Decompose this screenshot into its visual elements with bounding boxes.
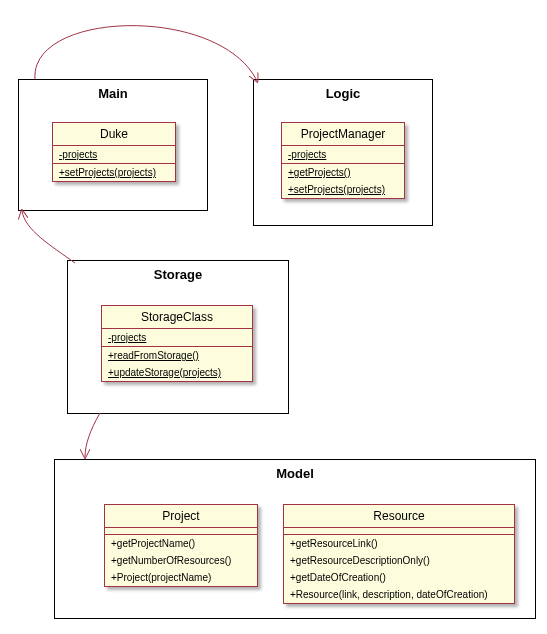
package-storage-title: Storage	[68, 267, 288, 282]
class-projectmanager: ProjectManager -projects +getProjects() …	[281, 122, 405, 199]
resource-method-getdate: +getDateOfCreation()	[284, 569, 514, 586]
class-resource: Resource +getResourceLink() +getResource…	[283, 504, 515, 604]
class-project-name: Project	[105, 505, 257, 528]
project-ctor: +Project(projectName)	[105, 569, 257, 586]
class-resource-name: Resource	[284, 505, 514, 528]
package-logic-title: Logic	[254, 86, 432, 101]
arrow-main-to-logic	[35, 26, 257, 81]
package-model-title: Model	[55, 466, 535, 481]
class-duke-name: Duke	[53, 123, 175, 146]
class-duke: Duke -projects +setProjects(projects)	[52, 122, 176, 182]
project-method-getname: +getProjectName()	[105, 535, 257, 552]
duke-attr-projects: -projects	[53, 146, 175, 163]
resource-method-getlink: +getResourceLink()	[284, 535, 514, 552]
class-project: Project +getProjectName() +getNumberOfRe…	[104, 504, 258, 587]
class-projectmanager-name: ProjectManager	[282, 123, 404, 146]
sc-method-read: +readFromStorage()	[102, 347, 252, 364]
resource-ctor: +Resource(link, description, dateOfCreat…	[284, 586, 514, 603]
pm-attr-projects: -projects	[282, 146, 404, 163]
class-storageclass: StorageClass -projects +readFromStorage(…	[101, 305, 253, 382]
class-storageclass-name: StorageClass	[102, 306, 252, 329]
pm-method-setprojects: +setProjects(projects)	[282, 181, 404, 198]
resource-method-getdesc: +getResourceDescriptionOnly()	[284, 552, 514, 569]
package-main-title: Main	[19, 86, 207, 101]
project-method-getnum: +getNumberOfResources()	[105, 552, 257, 569]
pm-method-getprojects: +getProjects()	[282, 164, 404, 181]
sc-attr-projects: -projects	[102, 329, 252, 346]
arrow-storage-to-main	[22, 211, 75, 263]
sc-method-update: +updateStorage(projects)	[102, 364, 252, 381]
duke-method-setprojects: +setProjects(projects)	[53, 164, 175, 181]
arrow-storage-to-model	[85, 413, 100, 457]
